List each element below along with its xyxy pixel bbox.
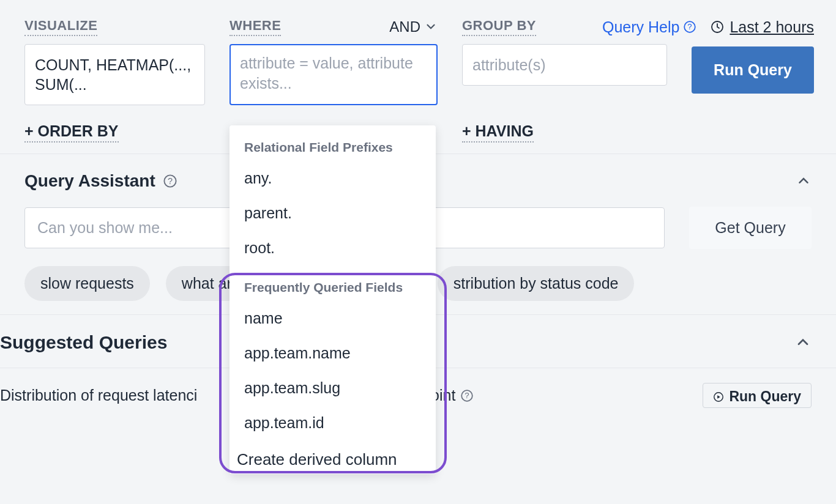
- help-icon[interactable]: ?: [163, 174, 177, 188]
- query-help-link[interactable]: Query Help ?: [602, 18, 696, 36]
- suggested-queries-title: Suggested Queries: [0, 332, 167, 353]
- dropdown-item[interactable]: app.team.name: [230, 336, 436, 371]
- dropdown-item[interactable]: app.team.slug: [230, 371, 436, 406]
- help-icon: ?: [460, 389, 474, 402]
- visualize-input[interactable]: COUNT, HEATMAP(..., SUM(...: [24, 44, 205, 105]
- svg-text:?: ?: [168, 176, 173, 186]
- play-icon: [713, 391, 724, 402]
- time-range-selector[interactable]: Last 2 hours: [710, 18, 814, 36]
- query-assistant-title: Query Assistant: [24, 171, 155, 191]
- groupby-input[interactable]: attribute(s): [462, 44, 667, 86]
- right-column: Query Help ? Last 2 hours Run Query: [692, 17, 814, 94]
- suggested-run-button[interactable]: Run Query: [703, 383, 812, 408]
- run-query-button[interactable]: Run Query: [692, 46, 814, 94]
- groupby-label: GROUP BY: [462, 18, 536, 36]
- dropdown-item[interactable]: app.team.id: [230, 406, 436, 440]
- where-input[interactable]: attribute = value, attribute exists...: [230, 44, 438, 105]
- dropdown-item[interactable]: any.: [230, 161, 436, 196]
- add-having-link[interactable]: + HAVING: [462, 122, 534, 143]
- collapse-icon[interactable]: [796, 173, 812, 189]
- dropdown-section-label: Relational Field Prefixes: [230, 136, 436, 161]
- chip[interactable]: stribution by status code: [438, 266, 635, 301]
- where-field: WHERE AND attribute = value, attribute e…: [230, 17, 438, 105]
- visualize-label: VISUALIZE: [24, 18, 97, 36]
- where-operator-label: AND: [389, 18, 420, 35]
- query-builder: VISUALIZE COUNT, HEATMAP(..., SUM(... WH…: [0, 0, 836, 117]
- suggested-run-label: Run Query: [729, 388, 801, 405]
- help-icon: ?: [683, 20, 696, 34]
- create-derived-column-link[interactable]: Create derived column: [230, 440, 436, 474]
- svg-text:?: ?: [688, 22, 692, 31]
- where-attribute-dropdown: Relational Field Prefixes any. parent. r…: [230, 125, 436, 474]
- chip[interactable]: slow requests: [24, 266, 150, 301]
- where-label: WHERE: [230, 18, 281, 36]
- query-help-label: Query Help: [602, 18, 679, 36]
- chevron-down-icon: [424, 20, 438, 34]
- dropdown-item[interactable]: name: [230, 301, 436, 336]
- time-range-label: Last 2 hours: [730, 18, 814, 36]
- clock-icon: [710, 20, 725, 34]
- suggested-query-text: Distribution of request latenci: [0, 387, 197, 404]
- visualize-field: VISUALIZE COUNT, HEATMAP(..., SUM(...: [24, 17, 205, 105]
- collapse-icon[interactable]: [794, 334, 812, 351]
- dropdown-section-label: Frequently Queried Fields: [230, 265, 436, 301]
- dropdown-item[interactable]: parent.: [230, 196, 436, 231]
- where-operator-toggle[interactable]: AND: [389, 18, 438, 35]
- svg-text:?: ?: [465, 391, 469, 400]
- add-orderby-link[interactable]: + ORDER BY: [24, 122, 119, 143]
- get-query-button[interactable]: Get Query: [689, 207, 812, 249]
- dropdown-item[interactable]: root.: [230, 231, 436, 265]
